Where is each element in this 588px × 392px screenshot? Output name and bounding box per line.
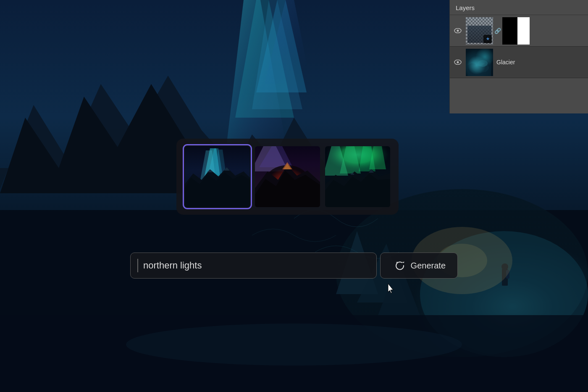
svg-marker-4 bbox=[256, 0, 307, 92]
svg-rect-26 bbox=[466, 49, 493, 76]
layer-visibility-toggle[interactable] bbox=[453, 58, 462, 67]
svg-point-23 bbox=[457, 30, 459, 32]
svg-point-28 bbox=[478, 60, 488, 67]
layers-panel: Layers 🔗 bbox=[449, 0, 588, 113]
svg-point-11 bbox=[420, 231, 588, 357]
svg-point-27 bbox=[472, 63, 489, 73]
svg-rect-9 bbox=[0, 210, 588, 392]
svg-rect-15 bbox=[0, 315, 588, 392]
layer-visibility-toggle[interactable] bbox=[453, 26, 462, 35]
svg-marker-2 bbox=[235, 0, 294, 118]
generate-label: Generate bbox=[411, 261, 446, 271]
ai-icon bbox=[483, 35, 492, 43]
prompt-divider bbox=[137, 259, 138, 272]
glacier-layer-thumb bbox=[466, 49, 493, 76]
generated-panel bbox=[176, 139, 399, 215]
svg-marker-5 bbox=[265, 0, 311, 84]
svg-rect-19 bbox=[506, 270, 509, 279]
svg-marker-3 bbox=[252, 0, 302, 109]
prompt-bar: Generate bbox=[130, 253, 458, 279]
prompt-input-container bbox=[130, 253, 377, 279]
generate-icon bbox=[392, 259, 406, 272]
svg-marker-56 bbox=[402, 262, 404, 263]
generated-image-2[interactable] bbox=[255, 146, 320, 207]
prompt-input[interactable] bbox=[143, 260, 370, 271]
layer-chain-icon: 🔗 bbox=[494, 28, 501, 34]
svg-point-18 bbox=[501, 263, 508, 270]
svg-rect-17 bbox=[502, 269, 508, 286]
svg-point-25 bbox=[457, 61, 459, 63]
layers-panel-title: Layers bbox=[450, 0, 588, 15]
layer-row[interactable]: 🔗 bbox=[450, 15, 588, 47]
generated-image-3[interactable] bbox=[325, 146, 390, 207]
glacier-layer-name: Glacier bbox=[496, 59, 585, 66]
generate-button[interactable]: Generate bbox=[380, 253, 458, 279]
svg-point-16 bbox=[126, 324, 462, 366]
layer-main-thumb bbox=[466, 17, 493, 45]
generated-image-1[interactable] bbox=[185, 146, 250, 207]
layer-thumbnail-group: 🔗 bbox=[466, 17, 530, 45]
svg-marker-1 bbox=[227, 0, 286, 143]
layer-mask-thumb bbox=[502, 17, 530, 45]
layer-row[interactable]: Glacier bbox=[450, 47, 588, 78]
